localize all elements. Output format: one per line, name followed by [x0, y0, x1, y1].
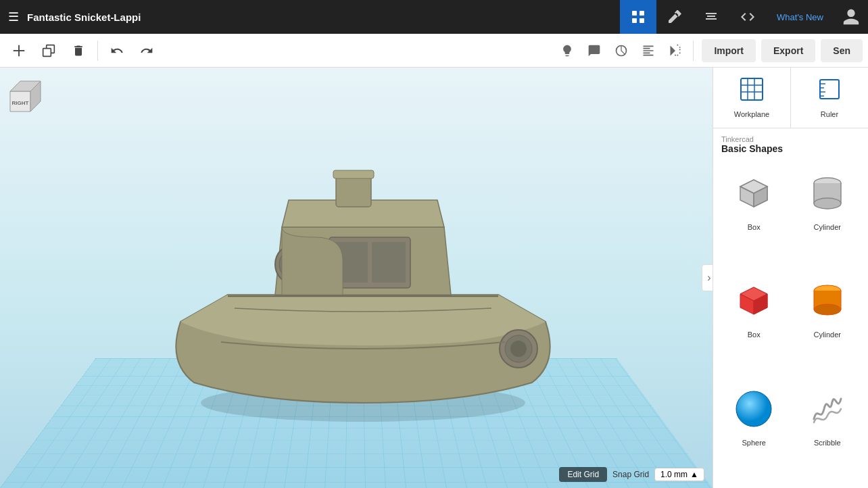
svg-point-55: [736, 391, 771, 426]
align-tool[interactable]: [636, 39, 660, 63]
ruler-icon: [817, 77, 842, 106]
svg-rect-5: [14, 50, 25, 51]
svg-point-42: [814, 198, 841, 209]
shapes-title: Basic Shapes: [721, 143, 860, 154]
shape-label-cylinder-solid: Cylinder: [814, 331, 841, 339]
toolbar: Import Export Sen: [0, 34, 868, 68]
viewport[interactable]: RIGHT: [0, 68, 713, 488]
sep1: [97, 41, 98, 61]
shape-thumb-cylinder-solid: [800, 274, 854, 328]
main-layout: RIGHT: [0, 68, 868, 488]
shape-thumb-box-solid: [727, 274, 781, 328]
nav-build[interactable]: [656, 0, 693, 34]
svg-rect-2: [632, 18, 637, 23]
shape-thumb-sphere-solid: [727, 382, 781, 436]
shape-label-cylinder-wireframe: Cylinder: [814, 223, 841, 231]
svg-text:RIGHT: RIGHT: [12, 100, 29, 106]
workplane-icon: [740, 77, 764, 106]
snap-grid-value-text: 1.0 mm: [660, 470, 688, 479]
ruler-label: Ruler: [821, 110, 838, 118]
shape-label-box-wireframe: Box: [748, 223, 761, 231]
shape-sphere-solid[interactable]: Sphere: [720, 379, 788, 481]
view-cube[interactable]: RIGHT: [7, 74, 47, 115]
svg-rect-7: [43, 48, 51, 56]
shape-cylinder-wireframe[interactable]: Cylinder: [794, 164, 862, 266]
mirror-tool[interactable]: [663, 39, 688, 63]
shapes-source: Tinkercad: [721, 135, 860, 143]
nav-grid-view[interactable]: [620, 0, 656, 34]
shape-label-box-solid: Box: [748, 331, 761, 339]
nav-layers[interactable]: [693, 0, 729, 34]
tab-workplane[interactable]: Workplane: [713, 68, 791, 128]
duplicate-button[interactable]: [35, 37, 62, 64]
undo-button[interactable]: [103, 37, 130, 64]
shapes-header: Tinkercad Basic Shapes: [713, 128, 868, 157]
import-button[interactable]: Import: [702, 39, 756, 62]
right-panel: Workplane Ruler Tinkercad Basic Shapes: [713, 68, 868, 488]
user-button[interactable]: [834, 0, 868, 34]
redo-button[interactable]: [133, 37, 160, 64]
send-button[interactable]: Sen: [821, 39, 863, 62]
snap-grid-arrow: ▲: [690, 470, 698, 479]
svg-rect-3: [640, 18, 644, 23]
svg-rect-16: [372, 242, 406, 283]
note-tool[interactable]: [582, 39, 606, 63]
app-title: Fantastic Snicket-Lappi: [27, 11, 620, 23]
whats-new-button[interactable]: What's New: [766, 0, 834, 34]
add-button[interactable]: [5, 37, 32, 64]
shape-thumb-scribble: [800, 382, 854, 436]
shape-label-sphere-solid: Sphere: [742, 439, 766, 447]
panel-tabs: Workplane Ruler: [713, 68, 868, 128]
shape-box-solid[interactable]: Box: [720, 271, 788, 373]
panel-collapse-button[interactable]: ›: [702, 264, 713, 291]
snap-grid-label: Snap Grid: [612, 470, 649, 479]
snap-grid-dropdown[interactable]: 1.0 mm ▲: [654, 468, 704, 481]
nav-icons: [620, 0, 766, 34]
export-button[interactable]: Export: [761, 39, 815, 62]
nav-code[interactable]: [729, 0, 766, 34]
svg-rect-0: [632, 11, 637, 16]
svg-point-52: [814, 304, 841, 315]
svg-rect-1: [640, 11, 644, 16]
workplane-label: Workplane: [734, 110, 769, 118]
shape-scribble[interactable]: Scribble: [794, 379, 862, 481]
shapes-grid: Box Cylinder: [713, 157, 868, 488]
menu-icon[interactable]: ☰: [0, 9, 27, 24]
top-nav: ☰ Fantastic Snicket-Lappi What': [0, 0, 868, 34]
sep2: [693, 41, 694, 61]
shape-label-scribble: Scribble: [814, 439, 841, 447]
shape-thumb-cylinder-wireframe: [800, 166, 854, 220]
light-tool[interactable]: [555, 39, 579, 63]
edit-grid-button[interactable]: Edit Grid: [559, 467, 607, 482]
delete-button[interactable]: [65, 37, 92, 64]
shape-tool[interactable]: [609, 39, 633, 63]
svg-point-24: [510, 341, 527, 357]
bottom-bar: Edit Grid Snap Grid 1.0 mm ▲: [0, 461, 713, 488]
tab-ruler[interactable]: Ruler: [791, 68, 868, 128]
shape-box-wireframe[interactable]: Box: [720, 164, 788, 266]
svg-rect-21: [333, 170, 374, 178]
shape-cylinder-solid[interactable]: Cylinder: [794, 271, 862, 373]
boat-model: [54, 101, 672, 434]
shape-thumb-box-wireframe: [727, 166, 781, 220]
svg-rect-25: [741, 78, 763, 100]
